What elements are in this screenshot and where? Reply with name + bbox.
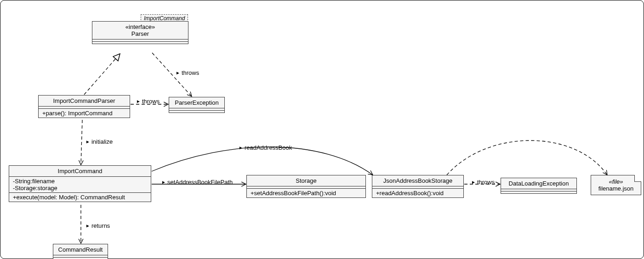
- stereotype: «file»: [609, 178, 623, 185]
- class-title: Storage: [247, 175, 365, 186]
- class-json-address-book-storage: JsonAddressBookStorage +readAddressBook(…: [372, 175, 464, 198]
- class-title: «interface» Parser: [92, 22, 188, 39]
- class-title: CommandResult: [53, 244, 108, 255]
- class-title: ImportCommand: [9, 166, 151, 177]
- class-title: ParserException: [169, 97, 224, 108]
- edge-label-throws-parser: throws: [176, 69, 199, 76]
- file-note: «file» filename.json: [591, 175, 641, 195]
- note-fold-icon: [634, 175, 641, 182]
- edge-label-throws-json: throws: [471, 179, 495, 186]
- class-import-command: ImportCommand -String:filename -Storage:…: [9, 165, 151, 202]
- stereotype: «interface»: [97, 23, 183, 30]
- class-attr: -String:filename: [13, 178, 147, 185]
- class-methods: +parse(): ImportCommand: [39, 109, 130, 118]
- class-methods: [501, 191, 576, 193]
- class-data-loading-exception: DataLoadingException: [501, 178, 577, 194]
- class-methods: [169, 111, 224, 113]
- class-methods: [92, 42, 188, 44]
- class-storage: Storage +setAddressBookFilePath():void: [246, 175, 366, 198]
- class-attr: -Storage:storage: [13, 185, 147, 191]
- class-methods: +readAddressBook():void: [372, 189, 463, 197]
- edge-label-readaddressbook: readAddressBook: [239, 144, 292, 151]
- edge-label-initialize: initialize: [85, 138, 113, 145]
- edge-label-returns: returns: [85, 222, 110, 229]
- class-attrs: -String:filename -Storage:storage: [9, 177, 151, 193]
- class-parser-exception: ParserException: [169, 97, 225, 113]
- class-methods: +setAddressBookFilePath():void: [247, 189, 365, 197]
- class-title: ImportCommandParser: [39, 96, 130, 107]
- diagram-canvas: ImportCommand «interface» Parser ImportC…: [0, 0, 644, 259]
- class-methods: +execute(model: Model): CommandResult: [9, 193, 151, 202]
- class-parser-interface: «interface» Parser: [92, 21, 188, 44]
- class-title: JsonAddressBookStorage: [372, 175, 463, 186]
- edge-label-setaddressbookfilepath: setAddressBookFilePath: [161, 179, 233, 186]
- edge-label-throws-icp: throws: [136, 98, 160, 105]
- class-name: Parser: [97, 30, 183, 37]
- class-title: DataLoadingException: [501, 178, 576, 189]
- class-command-result: CommandResult: [53, 244, 108, 259]
- class-import-command-parser: ImportCommandParser +parse(): ImportComm…: [38, 95, 130, 118]
- file-name: filename.json: [598, 185, 634, 192]
